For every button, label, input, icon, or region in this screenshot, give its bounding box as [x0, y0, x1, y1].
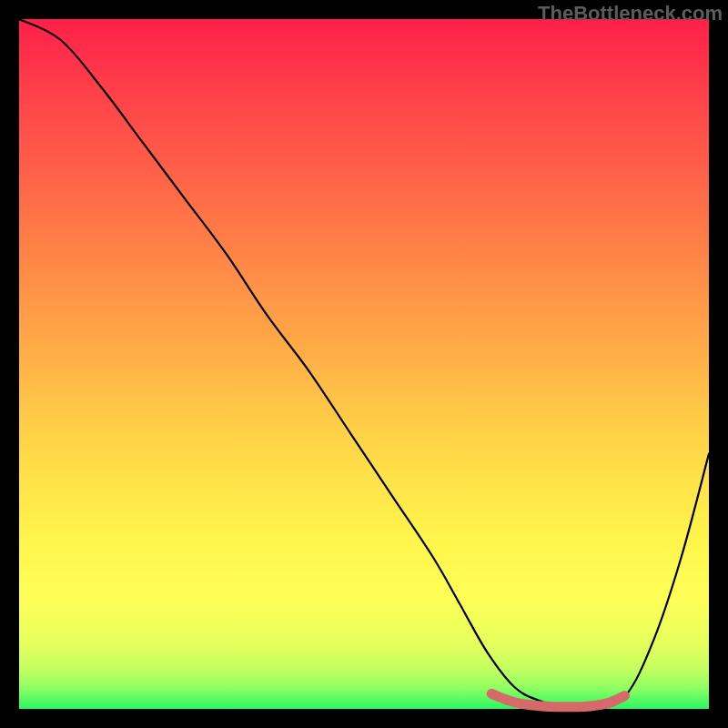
chart-svg [19, 19, 709, 709]
chart-frame: TheBottleneck.com [0, 0, 728, 728]
plot-area [19, 19, 709, 709]
bottom-marker-curve [491, 693, 624, 707]
main-curve [19, 19, 709, 711]
watermark-text: TheBottleneck.com [538, 2, 723, 25]
